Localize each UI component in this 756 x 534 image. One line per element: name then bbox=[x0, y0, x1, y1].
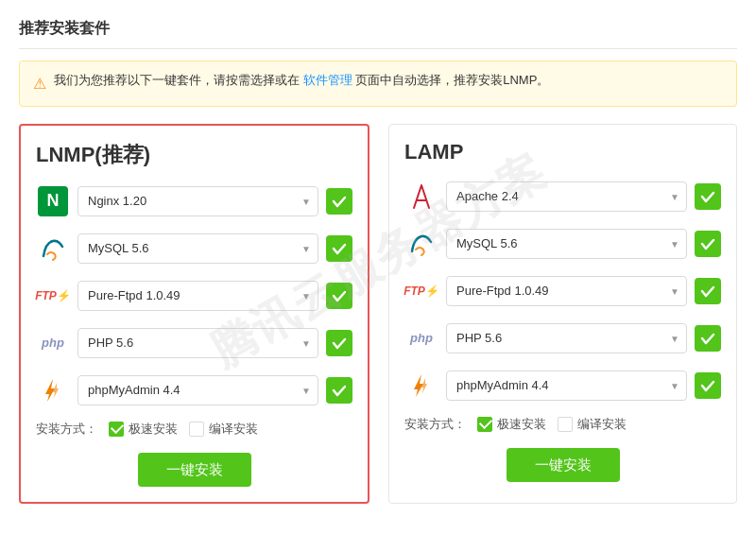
lamp-fast-label: 极速安装 bbox=[497, 416, 546, 433]
php-lamp-select[interactable]: PHP 5.6 PHP 7.0 PHP 7.4 PHP 8.0 bbox=[446, 323, 687, 353]
lamp-install-button[interactable]: 一键安装 bbox=[507, 448, 620, 482]
svg-marker-2 bbox=[414, 374, 423, 397]
phpmyadmin-lamp-row: phpMyAdmin 4.4 phpMyAdmin 5.0 ▼ bbox=[404, 369, 721, 403]
svg-marker-1 bbox=[53, 383, 59, 398]
apache-select-wrap: Apache 2.4 Apache 2.2 ▼ bbox=[446, 181, 687, 212]
ftp-lamp-check bbox=[695, 278, 721, 304]
mysql-lamp-select-wrap: MySQL 5.6 MySQL 5.7 MySQL 8.0 ▼ bbox=[446, 229, 687, 259]
apache-select[interactable]: Apache 2.4 Apache 2.2 bbox=[446, 181, 687, 212]
lamp-title: LAMP bbox=[404, 140, 721, 164]
php-lnmp-icon: php bbox=[36, 326, 70, 360]
lamp-fast-install-item: 极速安装 bbox=[477, 416, 546, 433]
phpmyadmin-lnmp-select-wrap: phpMyAdmin 4.4 phpMyAdmin 5.0 ▼ bbox=[77, 375, 318, 405]
svg-marker-3 bbox=[421, 378, 427, 393]
mysql-lnmp-row: MySQL 5.6 MySQL 5.7 MySQL 8.0 ▼ bbox=[36, 232, 352, 266]
panels-container: LNMP(推荐) N Nginx 1.20 Nginx 1.18 Nginx 1… bbox=[19, 124, 737, 504]
lnmp-fast-label: 极速安装 bbox=[129, 421, 178, 438]
alert-text: 我们为您推荐以下一键套件，请按需选择或在 软件管理 页面中自动选择，推荐安装LN… bbox=[54, 71, 549, 91]
apache-row: Apache 2.4 Apache 2.2 ▼ bbox=[404, 180, 721, 214]
lamp-compile-label: 编译安装 bbox=[577, 416, 627, 433]
php-lamp-icon: php bbox=[404, 321, 438, 355]
lnmp-fast-install-item: 极速安装 bbox=[109, 421, 178, 438]
lamp-fast-checkbox[interactable] bbox=[477, 417, 492, 432]
lamp-install-method-label: 安装方式： bbox=[404, 416, 466, 433]
ftp-lnmp-select-wrap: Pure-Ftpd 1.0.49 ▼ bbox=[77, 281, 318, 311]
phpmyadmin-lnmp-row: phpMyAdmin 4.4 phpMyAdmin 5.0 ▼ bbox=[36, 373, 352, 407]
software-management-link[interactable]: 软件管理 bbox=[303, 73, 352, 87]
php-lamp-check bbox=[695, 325, 721, 352]
lamp-compile-install-item: 编译安装 bbox=[558, 416, 627, 433]
page-title: 推荐安装套件 bbox=[19, 19, 737, 49]
phpmyadmin-lnmp-select[interactable]: phpMyAdmin 4.4 phpMyAdmin 5.0 bbox=[77, 375, 318, 405]
php-lamp-select-wrap: PHP 5.6 PHP 7.0 PHP 7.4 PHP 8.0 ▼ bbox=[446, 323, 687, 353]
php-lnmp-row: php PHP 5.6 PHP 7.0 PHP 7.4 PHP 8.0 ▼ bbox=[36, 326, 352, 360]
svg-marker-0 bbox=[45, 379, 55, 402]
lnmp-title: LNMP(推荐) bbox=[36, 141, 352, 169]
lnmp-compile-label: 编译安装 bbox=[209, 421, 258, 438]
lnmp-compile-checkbox[interactable] bbox=[189, 422, 204, 437]
nginx-check bbox=[326, 188, 352, 215]
apache-check bbox=[695, 183, 721, 210]
php-lnmp-select-wrap: PHP 5.6 PHP 7.0 PHP 7.4 PHP 8.0 ▼ bbox=[77, 328, 318, 358]
phpmyadmin-lamp-select-wrap: phpMyAdmin 4.4 phpMyAdmin 5.0 ▼ bbox=[446, 370, 687, 401]
mysql-lnmp-select[interactable]: MySQL 5.6 MySQL 5.7 MySQL 8.0 bbox=[77, 233, 318, 264]
lnmp-fast-checkbox[interactable] bbox=[109, 422, 124, 437]
ftp-lnmp-select[interactable]: Pure-Ftpd 1.0.49 bbox=[77, 281, 318, 311]
nginx-row: N Nginx 1.20 Nginx 1.18 Nginx 1.16 ▼ bbox=[36, 184, 352, 218]
mysql-lnmp-icon bbox=[36, 232, 70, 266]
alert-icon: ⚠ bbox=[33, 72, 46, 96]
lamp-compile-checkbox[interactable] bbox=[558, 417, 573, 432]
lnmp-install-button[interactable]: 一键安装 bbox=[138, 453, 251, 487]
alert-banner: ⚠ 我们为您推荐以下一键套件，请按需选择或在 软件管理 页面中自动选择，推荐安装… bbox=[19, 60, 737, 107]
lamp-install-method: 安装方式： 极速安装 编译安装 bbox=[404, 416, 721, 433]
nginx-icon: N bbox=[36, 184, 70, 218]
phpmyadmin-lnmp-check bbox=[326, 377, 352, 404]
php-lamp-row: php PHP 5.6 PHP 7.0 PHP 7.4 PHP 8.0 ▼ bbox=[404, 321, 721, 355]
nginx-select-wrap: Nginx 1.20 Nginx 1.18 Nginx 1.16 ▼ bbox=[77, 186, 318, 216]
mysql-lamp-icon bbox=[404, 227, 438, 261]
mysql-lnmp-check bbox=[326, 235, 352, 262]
ftp-lamp-select[interactable]: Pure-Ftpd 1.0.49 bbox=[446, 276, 687, 306]
php-lnmp-check bbox=[326, 330, 352, 356]
ftp-lnmp-icon: FTP⚡ bbox=[36, 279, 70, 313]
lnmp-install-method: 安装方式： 极速安装 编译安装 bbox=[36, 421, 352, 438]
ftp-lnmp-row: FTP⚡ Pure-Ftpd 1.0.49 ▼ bbox=[36, 279, 352, 313]
ftp-lamp-select-wrap: Pure-Ftpd 1.0.49 ▼ bbox=[446, 276, 687, 306]
lamp-panel: LAMP Apache 2.4 Apache 2.2 ▼ bbox=[388, 124, 737, 504]
phpmyadmin-lnmp-icon bbox=[36, 373, 70, 407]
phpmyadmin-lamp-select[interactable]: phpMyAdmin 4.4 phpMyAdmin 5.0 bbox=[446, 370, 687, 401]
mysql-lnmp-select-wrap: MySQL 5.6 MySQL 5.7 MySQL 8.0 ▼ bbox=[77, 233, 318, 264]
php-lnmp-select[interactable]: PHP 5.6 PHP 7.0 PHP 7.4 PHP 8.0 bbox=[77, 328, 318, 358]
mysql-lamp-row: MySQL 5.6 MySQL 5.7 MySQL 8.0 ▼ bbox=[404, 227, 721, 261]
lnmp-panel: LNMP(推荐) N Nginx 1.20 Nginx 1.18 Nginx 1… bbox=[19, 124, 369, 504]
apache-icon bbox=[404, 180, 438, 214]
ftp-lamp-icon: FTP⚡ bbox=[404, 274, 438, 308]
mysql-lamp-select[interactable]: MySQL 5.6 MySQL 5.7 MySQL 8.0 bbox=[446, 229, 687, 259]
lnmp-install-method-label: 安装方式： bbox=[36, 421, 97, 438]
nginx-select[interactable]: Nginx 1.20 Nginx 1.18 Nginx 1.16 bbox=[77, 186, 318, 216]
lnmp-compile-install-item: 编译安装 bbox=[189, 421, 258, 438]
mysql-lamp-check bbox=[695, 231, 721, 257]
phpmyadmin-lamp-check bbox=[695, 372, 721, 399]
ftp-lnmp-check bbox=[326, 283, 352, 309]
ftp-lamp-row: FTP⚡ Pure-Ftpd 1.0.49 ▼ bbox=[404, 274, 721, 308]
phpmyadmin-lamp-icon bbox=[404, 369, 438, 403]
